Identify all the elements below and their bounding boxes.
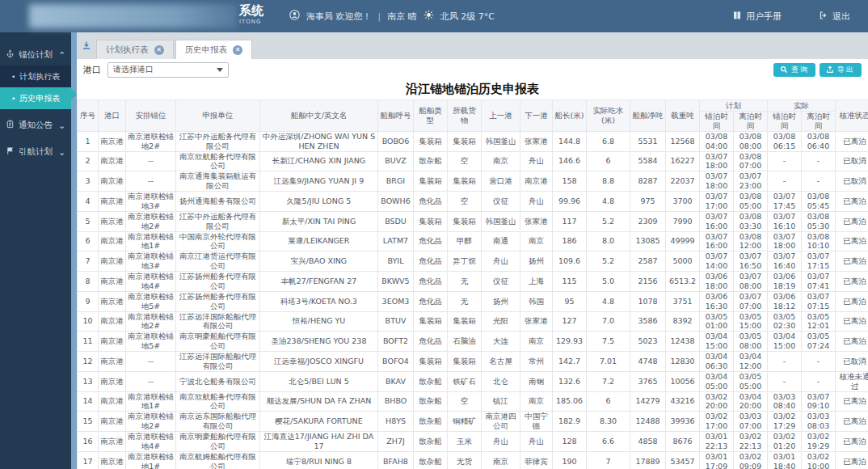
table-cell: 南京港	[99, 171, 126, 192]
table-cell: 北仑5/BEI LUN 5	[260, 371, 378, 391]
close-icon[interactable]: ✕	[233, 45, 242, 55]
table-cell: 158	[553, 171, 587, 192]
table-cell: 03/04 05:00	[700, 371, 734, 391]
table-cell: 6	[587, 391, 630, 412]
table-row[interactable]: 16南京港南京港联检锚地4#南京明豪船舶代理有限公司江海直达17/JIANG H…	[78, 432, 868, 452]
table-row[interactable]: 8南京港南京港联检锚地4#江苏扬州船务代理有限公司丰帆27/FENGFAN 27…	[78, 272, 868, 292]
table-cell: 南京港联检锚地1#	[126, 231, 176, 251]
table-cell: 8392	[666, 311, 700, 332]
table-row[interactable]: 12南京港--江苏远洋国际船舶代理有限公司江远幸福/JOSCO XINGFUBO…	[78, 352, 868, 372]
tab-history-declaration[interactable]: 历史申报表 ✕	[175, 40, 253, 59]
table-cell: 大连	[482, 332, 520, 352]
table-cell: 03/02 10:00	[802, 451, 836, 469]
table-cell: 185.06	[553, 391, 587, 412]
table-cell: 集装箱	[414, 352, 448, 372]
download-icon[interactable]	[82, 38, 91, 53]
table-row[interactable]: 5南京港南京港联检锚地2#江苏中外运船务代理有限公司新太平/XIN TAI PI…	[78, 211, 868, 231]
table-cell: 南京港联检锚地3#	[126, 251, 176, 272]
table-cell: 韩国釜山	[482, 211, 520, 231]
table-cell: 03/03 08:40	[768, 391, 802, 412]
table-cell: 空	[448, 151, 482, 171]
port-select[interactable]: 请选择港口	[107, 62, 229, 78]
table-cell: 南京港	[99, 211, 126, 231]
table-cell: BOFO4	[378, 352, 414, 372]
table-cell: 10056	[666, 371, 700, 391]
table-cell: 13085	[630, 231, 666, 251]
table-row[interactable]: 15南京港南京港联检锚地2#南京远东国际船舶代理有限公司樱花/SAKURA FO…	[78, 412, 868, 432]
table-cell: 江海直达17/JIANG HAI ZHI DA 17	[260, 432, 378, 452]
sidebar-item-plan-execution[interactable]: • 计划执行表	[0, 65, 71, 87]
column-header: 序号	[78, 100, 99, 132]
logout-button[interactable]: 退出	[819, 11, 850, 23]
table-cell: 03/05 02:30	[768, 311, 802, 332]
table-cell: 集装箱	[448, 171, 482, 192]
tab-plan-execution[interactable]: 计划执行表 ✕	[96, 40, 174, 59]
sidebar-group-notices[interactable]: 通知公告 ⌄	[0, 114, 71, 136]
table-cell: ZH7J	[378, 432, 414, 452]
sidebar-group-anchor-plan[interactable]: 锚位计划 ⌃	[0, 44, 71, 65]
table-cell: BUVZ	[378, 151, 414, 171]
table-cell: 4.8	[587, 192, 630, 212]
table-row[interactable]: 7南京港南京港联检锚地3#南京江港货运代理有限公司宝兴/BAO XINGBYIL…	[78, 251, 868, 272]
table-row[interactable]: 6南京港南京港联检锚地1#中国南京外轮代理有限公司莱康/LEIKANGERLAT…	[78, 231, 868, 251]
table-cell: 南京港联检锚地3#	[126, 192, 176, 212]
table-cell: 03/06 18:12	[768, 291, 802, 311]
export-button[interactable]: 导出	[820, 63, 862, 77]
table-row[interactable]: 4南京港南京港联检锚地3#扬州通海船务有限公司久隆5/JIU LONG 5BOW…	[78, 192, 868, 212]
column-header: 下一港	[520, 100, 553, 132]
table-cell: 975	[630, 192, 666, 212]
table-cell: 03/07 16:00	[700, 231, 734, 251]
table-row[interactable]: 14南京港南京港联检锚地1#南京欣航船务代理有限公司顺达发展/SHUN DA F…	[78, 391, 868, 412]
sidebar-group-pilotage-plan[interactable]: 引航计划 ⌄	[0, 141, 71, 163]
table-row[interactable]: 1南京港南京港联检锚地2#江苏中外运船务代理有限公司中外运深圳/ZHONG WA…	[78, 131, 868, 151]
table-cell: 03/04 15:00	[700, 332, 734, 352]
system-title: 系统	[239, 3, 263, 19]
table-cell: --	[126, 352, 176, 372]
table-cell: 22037	[666, 171, 700, 192]
table-cell: 7990	[666, 211, 700, 231]
column-header: 离泊时间	[802, 112, 836, 132]
export-icon	[826, 65, 834, 75]
table-cell: 49999	[666, 231, 700, 251]
table-cell: 南京港	[99, 251, 126, 272]
table-cell: 03/01 22:13	[700, 432, 734, 452]
table-row[interactable]: 2南京港--南京欣航船务代理有限公司长新江/CHANG XIN JIANGBUV…	[78, 151, 868, 171]
table-cell: 张家港	[520, 211, 553, 231]
close-icon[interactable]: ✕	[154, 45, 164, 55]
table-cell: -	[768, 151, 802, 171]
sidebar-item-history-declaration[interactable]: • 历史申报表	[0, 87, 71, 109]
table-cell: 190	[553, 451, 587, 469]
table-cell: 03/04 15:00	[768, 332, 802, 352]
table-cell: 无	[448, 291, 482, 311]
table-cell: 03/02 17:00	[700, 412, 734, 432]
table-cell: 常州	[520, 352, 553, 372]
table-row[interactable]: 10南京港南京港联检锚地2#江苏远洋国际船舶代理有限公司恒裕/HENG YUBT…	[78, 311, 868, 332]
table-cell: 16	[78, 432, 99, 452]
user-manual-button[interactable]: 用户手册	[732, 11, 782, 23]
table-row[interactable]: 9南京港南京港联检锚地5#江苏扬州船务代理有限公司科塔3号/KOETA NO.3…	[78, 291, 868, 311]
table-row[interactable]: 3南京港--南京通海集装箱航运有限公司江远集9/JIANG YUAN JI 9B…	[78, 171, 868, 192]
column-header: 船舶呼号	[378, 100, 414, 132]
table-cell: 03/02 17:29	[768, 412, 802, 432]
bullet-icon: •	[11, 95, 15, 103]
table-cell: 散杂船	[414, 371, 448, 391]
table-cell: 12438	[666, 332, 700, 352]
anchor-icon	[6, 49, 15, 60]
table-cell: 03/05 07:24	[802, 332, 836, 352]
query-button[interactable]: 查询	[773, 63, 815, 77]
table-cell: -	[768, 371, 802, 391]
table-cell: 03/07 07:41	[802, 272, 836, 292]
table-cell: 03/07 17:15	[802, 251, 836, 272]
table-row[interactable]: 13南京港--宁波北仑船务有限公司北仑5/BEI LUN 5BKAV散杂船铁矿石…	[78, 371, 868, 391]
table-cell: 镇江	[482, 391, 520, 412]
table-cell: 129.93	[553, 332, 587, 352]
table-cell: 危化品	[414, 272, 448, 292]
table-row[interactable]: 17南京港南京港联检锚地1#南京航姆船舶代理有限公司瑞宁8/RUI NING 8…	[78, 451, 868, 469]
table-cell: 7.5	[587, 332, 630, 352]
table-cell: 03/02 20:00	[700, 391, 734, 412]
table-cell: 南京港	[99, 332, 126, 352]
table-cell: 已取消	[836, 151, 868, 171]
table-cell: 空	[448, 192, 482, 212]
table-row[interactable]: 11南京港南京港联检锚地5#南京明豪船舶代理有限公司圣油238/SHENG YO…	[78, 332, 868, 352]
table-cell: 菲律宾	[520, 451, 553, 469]
